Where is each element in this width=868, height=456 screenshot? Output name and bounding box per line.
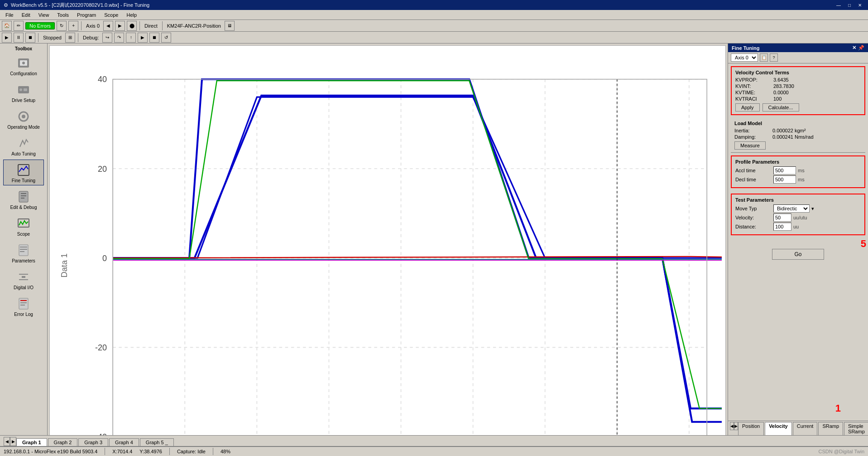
digital-io-icon (15, 269, 32, 285)
decel-input[interactable] (773, 175, 796, 184)
axis-connect-btn[interactable]: ⬤ (127, 21, 137, 31)
go-button[interactable]: Go (772, 249, 824, 260)
debug-over-btn[interactable]: ↷ (114, 33, 124, 43)
operating-icon (15, 108, 32, 125)
velocity-input[interactable] (773, 213, 791, 222)
edit-btn[interactable]: ✏ (14, 21, 24, 31)
debug-stop-btn[interactable]: ⏹ (149, 33, 159, 43)
right-tab-simple-sramp[interactable]: Simple SRamp (844, 422, 868, 435)
menu-item-program[interactable]: Program (73, 11, 100, 19)
apply-btn[interactable]: Apply (735, 103, 760, 112)
svg-rect-23 (20, 302, 27, 303)
refresh-btn[interactable]: ↻ (57, 21, 67, 31)
device-icon-btn[interactable]: 🖥 (225, 21, 235, 31)
sidebar-item-drive-setup[interactable]: Drive Setup (3, 79, 44, 105)
menu-item-tools[interactable]: Tools (53, 11, 72, 19)
menu-item-view[interactable]: View (35, 11, 53, 19)
panel-help-btn[interactable]: ? (770, 53, 778, 62)
status-capture: Capture: Idle (177, 449, 206, 454)
sidebar-item-fine-tuning[interactable]: Fine Tuning (3, 160, 44, 185)
svg-rect-20 (22, 276, 25, 278)
damping-row: Damping: 0.000241 Nms/rad (734, 134, 862, 140)
auto-tuning-icon (15, 135, 32, 151)
minimize-btn[interactable]: — (834, 3, 844, 8)
svg-rect-21 (19, 298, 28, 309)
velocity-row: Velocity: uu/utu (735, 213, 861, 222)
axis-dropdown[interactable]: Axis 0 (731, 53, 758, 62)
axis-right-btn[interactable]: ▶ (115, 21, 125, 31)
right-panel-pin-icon[interactable]: 📌 (858, 45, 864, 51)
status-y: Y:38.4976 (139, 449, 162, 454)
svg-rect-17 (20, 251, 24, 252)
center-panel: 40 20 0 -20 -40 Data 1 0 500 1000 1500 2… (48, 44, 728, 435)
decel-label: Decl time (735, 177, 772, 182)
sidebar-item-operating[interactable]: Operating Mode (3, 106, 44, 132)
movetype-select[interactable]: Bidirectic (773, 204, 810, 213)
toolbox-label: Toolbox (15, 45, 32, 52)
graph-tab-1[interactable]: Graph 1 (16, 438, 47, 446)
axis-left-btn[interactable]: ◀ (103, 21, 113, 31)
decel-row: Decl time ms (735, 175, 861, 184)
sidebar-item-auto-tuning[interactable]: Auto Tuning (3, 133, 44, 159)
svg-text:Data 1: Data 1 (60, 253, 69, 277)
graph-tab-4[interactable]: Graph 4 (109, 438, 139, 446)
menu-item-file[interactable]: File (2, 11, 17, 19)
svg-rect-22 (20, 300, 27, 301)
load-model-btn-row: Measure (734, 141, 862, 150)
parameters-label: Parameters (12, 258, 35, 263)
accel-input[interactable] (773, 166, 796, 175)
sidebar-item-digital-io[interactable]: Digital I/O (3, 267, 44, 292)
right-panel-close-icon[interactable]: ✕ (852, 45, 856, 51)
svg-text:-20: -20 (95, 343, 107, 352)
add-btn[interactable]: + (68, 21, 78, 31)
play-btn[interactable]: ▶ (2, 33, 12, 43)
menu-item-scope[interactable]: Scope (101, 11, 122, 19)
distance-input[interactable] (773, 223, 791, 231)
right-tab-next-btn[interactable]: ▶ (734, 422, 738, 430)
menu-item-edit[interactable]: Edit (18, 11, 34, 19)
right-tab-prev-btn[interactable]: ◀ (730, 422, 734, 430)
device-label: KM24F-ANC2R-Position (165, 23, 223, 29)
sidebar-item-error-log[interactable]: Error Log (3, 293, 44, 319)
calculate-btn[interactable]: Calculate... (762, 103, 799, 112)
panel-copy-btn[interactable]: 📋 (760, 53, 768, 62)
sidebar-item-edit-debug[interactable]: Edit & Debug (3, 186, 44, 212)
configuration-icon (15, 55, 32, 71)
close-btn[interactable]: ✕ (855, 3, 864, 8)
graph-tab-left-btn[interactable]: ◀ (4, 437, 10, 446)
load-model-section: Load Model Inertia: 0.000022 kgm² Dampin… (731, 118, 865, 153)
sidebar-item-parameters[interactable]: Parameters (3, 240, 44, 266)
go-area: Go (728, 245, 868, 263)
stop-btn[interactable]: ⏹ (25, 33, 35, 43)
right-tab-current[interactable]: Current (793, 422, 818, 435)
debug-step-btn[interactable]: ↪ (102, 33, 112, 43)
toolbar1: 🏠 ✏ No Errors ↻ + Axis 0 ◀ ▶ ⬤ Direct KM… (0, 20, 868, 32)
damping-value: 0.000241 Nms/rad (772, 134, 814, 140)
graph-tab-2[interactable]: Graph 2 (48, 438, 78, 446)
right-tab-position[interactable]: Position (738, 422, 764, 435)
right-tab-sramp[interactable]: SRamp (818, 422, 843, 435)
distance-label: Distance: (735, 224, 772, 229)
velocity-label: Velocity: (735, 215, 772, 220)
graph-tab-right-btn[interactable]: ▶ (10, 437, 16, 446)
kvint-row: KVINT: 283.7830 (735, 83, 861, 89)
graph-tab-5[interactable]: Graph 5 _ (140, 438, 174, 446)
parameters-icon (15, 242, 32, 258)
right-tab-velocity[interactable]: Velocity (765, 422, 792, 435)
velocity-control-section: Velocity Control Terms KVPROP: 3.6435 KV… (731, 66, 865, 115)
fine-tuning-icon (15, 162, 32, 178)
app-icon: ⚙ (4, 2, 8, 8)
pause-btn[interactable]: ⏸ (14, 33, 24, 43)
sidebar-item-scope[interactable]: Scope (3, 213, 44, 239)
maximize-btn[interactable]: □ (845, 3, 854, 8)
sidebar-item-configuration[interactable]: Configuration (3, 53, 44, 78)
graph-tab-3[interactable]: Graph 3 (78, 438, 108, 446)
debug-run-btn[interactable]: ▶ (138, 33, 148, 43)
layout-btn[interactable]: ⊞ (65, 33, 75, 43)
debug-reset-btn[interactable]: ↺ (161, 33, 171, 43)
menu-item-help[interactable]: Help (123, 11, 140, 19)
debug-out-btn[interactable]: ↑ (126, 33, 136, 43)
status-pill: No Errors (25, 22, 55, 29)
home-btn[interactable]: 🏠 (2, 21, 12, 31)
measure-btn[interactable]: Measure (734, 141, 766, 150)
